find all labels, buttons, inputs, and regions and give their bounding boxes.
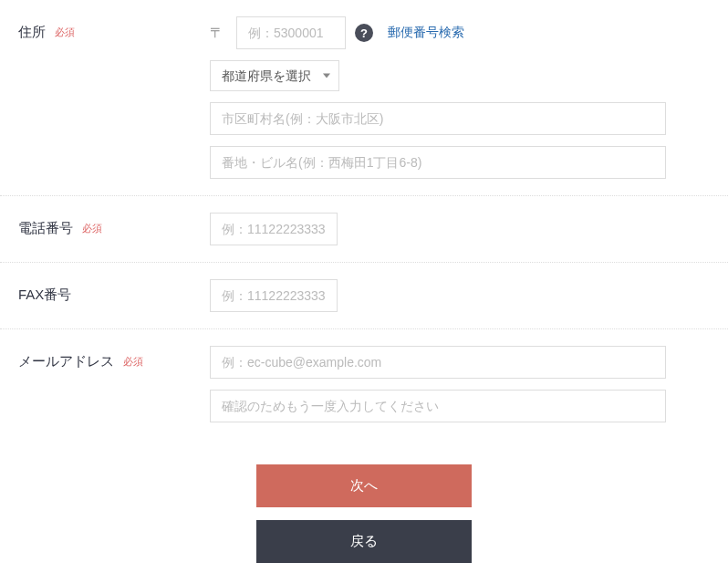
street-input[interactable] bbox=[210, 146, 666, 179]
postal-mark: 〒 bbox=[210, 25, 224, 42]
form-group-email: メールアドレス 必須 bbox=[0, 329, 728, 439]
form-group-fax: FAX番号 bbox=[0, 263, 728, 329]
email-inputs bbox=[210, 346, 710, 422]
label-address: 住所 必須 bbox=[18, 16, 210, 41]
label-phone: 電話番号 必須 bbox=[18, 213, 210, 237]
email-input[interactable] bbox=[210, 346, 666, 379]
label-fax-text: FAX番号 bbox=[18, 286, 71, 302]
fax-input[interactable] bbox=[210, 279, 338, 312]
label-email: メールアドレス 必須 bbox=[18, 346, 210, 370]
zip-search-link[interactable]: 郵便番号検索 bbox=[388, 25, 464, 41]
button-area: 次へ 戻る bbox=[0, 439, 728, 573]
help-icon[interactable]: ? bbox=[355, 24, 373, 42]
email-confirm-input[interactable] bbox=[210, 390, 666, 422]
form-group-phone: 電話番号 必須 bbox=[0, 196, 728, 263]
next-button[interactable]: 次へ bbox=[256, 464, 472, 507]
label-phone-text: 電話番号 bbox=[18, 220, 73, 235]
prefecture-select-wrap: 都道府県を選択 bbox=[210, 60, 339, 91]
required-badge: 必須 bbox=[82, 223, 102, 234]
fax-inputs bbox=[210, 279, 710, 312]
address-inputs: 〒 ? 郵便番号検索 都道府県を選択 bbox=[210, 16, 710, 179]
phone-input[interactable] bbox=[210, 213, 338, 245]
form-group-address: 住所 必須 〒 ? 郵便番号検索 都道府県を選択 bbox=[0, 0, 728, 196]
label-address-text: 住所 bbox=[18, 24, 46, 39]
city-input[interactable] bbox=[210, 102, 666, 135]
back-button[interactable]: 戻る bbox=[256, 520, 472, 563]
label-email-text: メールアドレス bbox=[18, 353, 114, 369]
required-badge: 必須 bbox=[123, 356, 143, 367]
prefecture-select[interactable]: 都道府県を選択 bbox=[210, 60, 339, 91]
phone-inputs bbox=[210, 213, 710, 245]
postal-code-input[interactable] bbox=[236, 16, 346, 49]
label-fax: FAX番号 bbox=[18, 279, 210, 304]
required-badge: 必須 bbox=[55, 26, 75, 37]
